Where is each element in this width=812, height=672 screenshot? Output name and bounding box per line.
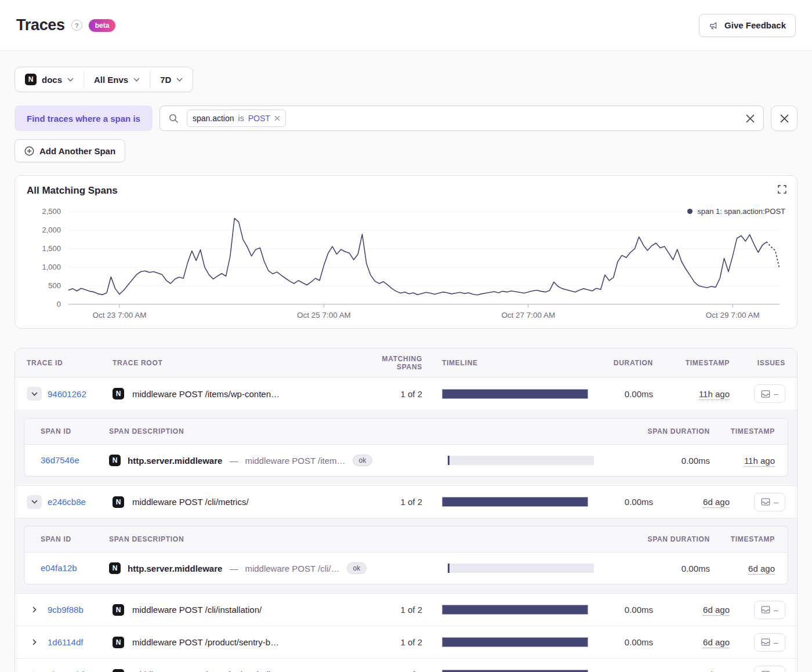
expand-toggle[interactable] [27, 495, 42, 509]
environment-selector-label: All Envs [94, 75, 128, 85]
span-op-label: http.server.middleware [128, 564, 222, 573]
fullscreen-icon[interactable] [778, 185, 786, 194]
issues-button[interactable]: – [754, 633, 785, 652]
trace-timeline-bar [442, 637, 588, 647]
trace-timestamp-value[interactable]: 6d ago [703, 605, 730, 616]
issues-button[interactable]: – [754, 493, 785, 511]
trace-duration-value: 0.00ms [588, 605, 653, 615]
search-token-value: POST [248, 114, 270, 123]
span-timestamp-value[interactable]: 11h ago [744, 456, 775, 467]
svg-text:Oct 29 7:00 AM: Oct 29 7:00 AM [706, 311, 760, 319]
give-feedback-button[interactable]: Give Feedback [699, 14, 796, 37]
span-separator: — [229, 564, 238, 573]
page-title: Traces [16, 16, 65, 34]
remove-token-icon[interactable] [274, 115, 280, 121]
chevron-icon [32, 639, 37, 645]
add-another-span-button[interactable]: Add Another Span [14, 139, 125, 162]
issues-button[interactable]: – [754, 384, 785, 403]
trace-table: TRACE ID TRACE ROOT MATCHING SPANS TIMEL… [14, 348, 798, 672]
svg-text:0: 0 [57, 300, 61, 308]
trace-table-body: 94601262 N middleware POST /items/wp-con… [15, 377, 797, 672]
matching-spans-count: 1 of 2 [360, 637, 422, 647]
span-col-header: SPAN DESCRIPTION [109, 535, 448, 543]
span-row: e04fa12b N http.server.middleware — midd… [24, 553, 788, 584]
span-search-input[interactable]: span.action is POST [160, 106, 764, 131]
span-status-badge: ok [353, 455, 373, 466]
trace-row: 5b72a6bf N middleware POST /security-leg… [15, 658, 797, 672]
project-selector[interactable]: N docs [15, 67, 84, 92]
spans-line-chart[interactable]: 05001,0001,5002,0002,500Oct 23 7:00 AMOc… [27, 204, 785, 323]
issues-tray-icon [761, 390, 770, 398]
trace-root-label: middleware POST /cli/installation/ [132, 605, 262, 615]
trace-id-link[interactable]: 94601262 [48, 389, 86, 399]
issues-empty-dash: – [774, 638, 778, 647]
trace-timestamp-value[interactable]: 6d ago [703, 670, 730, 672]
issues-empty-dash: – [774, 389, 778, 398]
expand-toggle[interactable] [27, 635, 42, 649]
search-token[interactable]: span.action is POST [187, 110, 286, 127]
legend-dot [687, 209, 693, 214]
issues-empty-dash: – [774, 497, 778, 507]
filter-bar: N docs All Envs 7D [14, 67, 193, 92]
span-table-header: SPAN ID SPAN DESCRIPTION SPAN DURATION T… [24, 419, 788, 445]
trace-root-label: middleware POST /items/wp-conten… [132, 389, 280, 399]
span-timeline-bar [448, 564, 594, 573]
issues-button[interactable]: – [754, 666, 785, 672]
col-header-trace-root: TRACE ROOT [113, 359, 360, 367]
issues-empty-dash: – [774, 670, 778, 672]
expand-toggle[interactable] [27, 387, 42, 401]
nextjs-project-icon: N [113, 669, 124, 672]
trace-duration-value: 0.00ms [588, 670, 653, 672]
trace-root-label: middleware POST /product/sentry-b… [132, 637, 279, 647]
search-icon [169, 114, 179, 123]
issues-button[interactable]: – [754, 601, 785, 619]
trace-row: 1d6114df N middleware POST /product/sent… [15, 626, 797, 658]
environment-selector[interactable]: All Envs [84, 67, 150, 92]
span-timestamp-value[interactable]: 6d ago [748, 564, 775, 575]
span-col-header: SPAN DESCRIPTION [109, 427, 448, 435]
matching-spans-chart-panel: All Matching Spans span 1: span.action:P… [14, 175, 798, 329]
nextjs-project-icon: N [113, 604, 124, 616]
span-table: SPAN ID SPAN DESCRIPTION SPAN DURATION T… [24, 418, 788, 477]
beta-badge: beta [89, 19, 116, 32]
col-header-timestamp: TIMESTAMP [653, 359, 730, 367]
span-query-row: Find traces where a span is span.action … [14, 106, 798, 131]
clear-search-button[interactable] [746, 114, 755, 123]
chart-legend-item[interactable]: span 1: span.action:POST [687, 207, 785, 216]
remove-span-condition-button[interactable] [771, 106, 798, 131]
chevron-down-icon [176, 78, 183, 82]
svg-text:500: 500 [48, 281, 61, 290]
find-traces-label: Find traces where a span is [14, 106, 153, 131]
span-id-link[interactable]: 36d7546e [41, 455, 79, 465]
svg-text:2,000: 2,000 [42, 226, 60, 234]
matching-spans-count: 1 of 2 [360, 670, 422, 672]
expand-toggle[interactable] [27, 603, 42, 617]
plus-circle-icon [24, 146, 34, 156]
issues-tray-icon [761, 605, 770, 614]
trace-timestamp-value[interactable]: 6d ago [703, 497, 730, 508]
trace-timestamp-value[interactable]: 6d ago [703, 637, 730, 648]
trace-id-link[interactable]: 1d6114df [48, 637, 83, 647]
trace-id-link[interactable]: 5b72a6bf [48, 670, 84, 672]
expand-toggle[interactable] [27, 668, 42, 672]
trace-id-link[interactable]: 9cb9f88b [48, 605, 84, 615]
trace-timeline-bar [442, 389, 588, 399]
expanded-span-section: SPAN ID SPAN DESCRIPTION SPAN DURATION T… [15, 410, 797, 485]
matching-spans-count: 1 of 2 [360, 389, 422, 399]
span-id-link[interactable]: e04fa12b [41, 563, 77, 573]
trace-row: 9cb9f88b N middleware POST /cli/installa… [15, 593, 797, 626]
matching-spans-count: 1 of 2 [360, 605, 422, 615]
svg-text:1,000: 1,000 [42, 263, 60, 271]
span-table-rows: e04fa12b N http.server.middleware — midd… [24, 553, 788, 584]
span-timeline-marker [448, 456, 449, 465]
col-header-matching-spans: MATCHING SPANS [360, 355, 422, 371]
trace-timestamp-value[interactable]: 11h ago [699, 389, 730, 400]
chevron-icon [32, 606, 37, 613]
time-period-selector[interactable]: 7D [150, 67, 193, 92]
search-token-operator: is [238, 114, 244, 123]
span-status-badge: ok [347, 562, 367, 574]
trace-id-link[interactable]: e246cb8e [48, 497, 86, 507]
help-icon[interactable]: ? [71, 20, 82, 31]
nextjs-project-icon: N [113, 637, 124, 648]
nextjs-project-icon: N [109, 562, 121, 574]
